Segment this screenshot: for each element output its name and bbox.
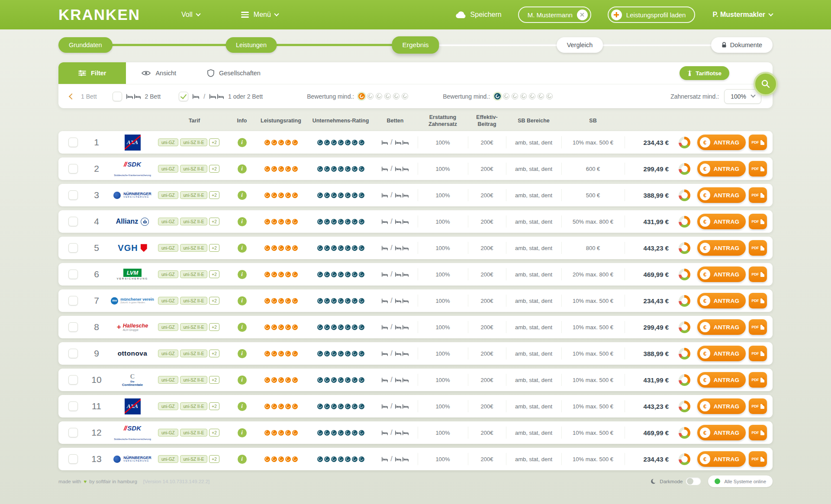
- pdf-button[interactable]: PDF: [749, 214, 767, 229]
- rating-icon[interactable]: [512, 93, 518, 100]
- row-checkbox[interactable]: [68, 349, 78, 358]
- tariff-chip[interactable]: uni-GZ: [158, 376, 178, 384]
- rating-icon[interactable]: [384, 93, 391, 100]
- antrag-button[interactable]: € ANTRAG: [697, 135, 746, 150]
- tariff-chip[interactable]: uni-SZ II-E: [180, 323, 208, 331]
- tariff-chip[interactable]: uni-GZ: [158, 429, 178, 437]
- tariff-chip[interactable]: +2: [209, 455, 219, 463]
- step-grunddaten[interactable]: Grunddaten: [58, 37, 113, 53]
- row-checkbox[interactable]: [68, 190, 78, 200]
- tariff-chip[interactable]: uni-GZ: [158, 191, 178, 199]
- rating-icon[interactable]: [520, 93, 527, 100]
- pdf-button[interactable]: PDF: [749, 398, 767, 414]
- info-icon[interactable]: i: [238, 428, 247, 437]
- antrag-button[interactable]: € ANTRAG: [697, 214, 746, 229]
- tariff-chip[interactable]: +2: [209, 191, 219, 199]
- step-ergebnis[interactable]: Ergebnis: [392, 36, 439, 54]
- antrag-button[interactable]: € ANTRAG: [697, 161, 746, 177]
- tariff-chip[interactable]: +2: [209, 244, 219, 252]
- tariff-chip[interactable]: uni-SZ II-E: [180, 350, 208, 357]
- tariff-chip[interactable]: +2: [209, 218, 219, 225]
- rating-donut-icon[interactable]: [679, 453, 690, 465]
- tariff-chip[interactable]: uni-SZ II-E: [180, 297, 208, 305]
- checkbox-1or2bett[interactable]: [179, 92, 188, 101]
- tariff-chip[interactable]: uni-GZ: [158, 323, 178, 331]
- tariff-chip[interactable]: +2: [209, 138, 219, 146]
- tariff-chip[interactable]: uni-SZ II-E: [180, 165, 208, 173]
- tariff-chip[interactable]: uni-SZ II-E: [180, 218, 208, 225]
- antrag-button[interactable]: € ANTRAG: [697, 293, 746, 308]
- rating-icon[interactable]: [546, 93, 553, 100]
- rating-donut-icon[interactable]: [679, 348, 690, 360]
- customer-pill[interactable]: M. Mustermann: [518, 6, 591, 23]
- row-checkbox[interactable]: [68, 217, 78, 226]
- pdf-button[interactable]: PDF: [749, 346, 767, 361]
- antrag-button[interactable]: € ANTRAG: [697, 346, 746, 361]
- antrag-button[interactable]: € ANTRAG: [697, 451, 746, 467]
- tariff-chip[interactable]: uni-SZ II-E: [180, 138, 208, 146]
- pdf-button[interactable]: PDF: [749, 319, 767, 335]
- bed-option-2bett[interactable]: 2 Bett: [113, 92, 161, 101]
- rating-icon[interactable]: [494, 93, 501, 100]
- antrag-button[interactable]: € ANTRAG: [697, 398, 746, 414]
- rating-icon[interactable]: [393, 93, 399, 100]
- tariff-chip[interactable]: uni-GZ: [158, 455, 178, 463]
- row-checkbox[interactable]: [68, 164, 78, 173]
- pdf-button[interactable]: PDF: [749, 135, 767, 150]
- tariff-chip[interactable]: uni-GZ: [158, 350, 178, 357]
- bed-option-1bett[interactable]: 1 Bett: [81, 93, 97, 100]
- broker-dropdown[interactable]: P. Mustermakler: [712, 11, 773, 19]
- rating-icon[interactable]: [538, 93, 544, 100]
- step-dokumente[interactable]: Dokumente: [711, 37, 773, 53]
- antrag-button[interactable]: € ANTRAG: [697, 425, 746, 440]
- rating-icon[interactable]: [402, 93, 408, 100]
- pdf-button[interactable]: PDF: [749, 425, 767, 440]
- tariff-chip[interactable]: uni-GZ: [158, 270, 178, 278]
- tab-ansicht[interactable]: Ansicht: [126, 62, 192, 84]
- info-icon[interactable]: i: [238, 402, 247, 411]
- info-icon[interactable]: i: [238, 191, 247, 200]
- tariff-chip[interactable]: +2: [209, 350, 219, 357]
- tariff-chip[interactable]: +2: [209, 165, 219, 173]
- tariff-chip[interactable]: uni-SZ II-E: [180, 191, 208, 199]
- tariff-chip[interactable]: uni-GZ: [158, 297, 178, 305]
- pdf-button[interactable]: PDF: [749, 293, 767, 308]
- tariff-chip[interactable]: uni-SZ II-E: [180, 376, 208, 384]
- step-leistungen[interactable]: Leistungen: [225, 37, 277, 53]
- pdf-button[interactable]: PDF: [749, 451, 767, 467]
- antrag-button[interactable]: € ANTRAG: [697, 319, 746, 335]
- mode-dropdown[interactable]: Voll: [181, 11, 200, 19]
- load-profile-button[interactable]: Leistungsprofil laden: [608, 6, 696, 23]
- rating-donut-icon[interactable]: [679, 189, 690, 201]
- antrag-button[interactable]: € ANTRAG: [697, 240, 746, 256]
- info-icon[interactable]: i: [238, 376, 247, 385]
- tariff-chip[interactable]: +2: [209, 297, 219, 305]
- tariff-chip[interactable]: uni-SZ II-E: [180, 402, 208, 410]
- info-icon[interactable]: i: [238, 296, 247, 305]
- step-vergleich[interactable]: Vergleich: [557, 37, 603, 53]
- rating-donut-icon[interactable]: [679, 137, 690, 148]
- row-checkbox[interactable]: [68, 138, 78, 147]
- tab-gesellschaften[interactable]: Gesellschaften: [192, 62, 276, 84]
- tariff-chip[interactable]: uni-SZ II-E: [180, 455, 208, 463]
- tab-filter[interactable]: Filter: [58, 62, 126, 84]
- tariff-chip[interactable]: +2: [209, 402, 219, 410]
- row-checkbox[interactable]: [68, 401, 78, 411]
- tariff-chip[interactable]: +2: [209, 376, 219, 384]
- bed-option-1or2bett[interactable]: / 1 oder 2 Bett: [179, 92, 263, 101]
- tariff-chip[interactable]: +2: [209, 429, 219, 437]
- rating-donut-icon[interactable]: [679, 427, 690, 439]
- info-icon[interactable]: i: [238, 138, 247, 147]
- row-checkbox[interactable]: [68, 322, 78, 332]
- rating-donut-icon[interactable]: [679, 374, 690, 386]
- menu-dropdown[interactable]: Menü: [241, 11, 278, 19]
- search-button[interactable]: [754, 72, 778, 96]
- rating-donut-icon[interactable]: [679, 216, 690, 228]
- rating-icon[interactable]: [367, 93, 374, 100]
- rating-donut-icon[interactable]: [679, 269, 690, 280]
- info-icon[interactable]: i: [238, 349, 247, 358]
- info-icon[interactable]: i: [238, 217, 247, 226]
- antrag-button[interactable]: € ANTRAG: [697, 187, 746, 203]
- row-checkbox[interactable]: [68, 454, 78, 464]
- tariff-chip[interactable]: uni-GZ: [158, 402, 178, 410]
